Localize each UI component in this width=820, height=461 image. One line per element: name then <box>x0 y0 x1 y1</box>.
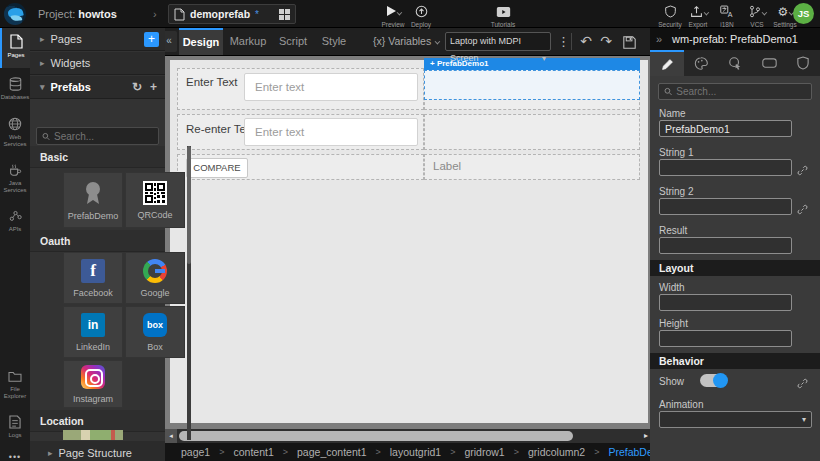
cursor-select-icon <box>728 56 742 70</box>
add-page-button[interactable]: + <box>144 32 159 47</box>
collapse-right-panel-button[interactable]: » <box>656 28 662 50</box>
label-widget[interactable]: Label <box>433 160 461 172</box>
tab-security[interactable] <box>786 50 820 76</box>
breadcrumb-separator: > <box>594 447 599 457</box>
rail-item-apis[interactable]: APIs <box>0 202 30 240</box>
chevron-down-icon <box>435 39 441 45</box>
grid-cell[interactable] <box>424 114 640 150</box>
redo-button[interactable]: ↷ <box>597 28 615 55</box>
rail-item-java-services[interactable]: Java Services <box>0 156 30 200</box>
rail-more-button[interactable]: ••• <box>0 448 30 461</box>
device-select[interactable]: Laptop with MDPI Screen ▾ <box>445 32 551 51</box>
section-prefabs[interactable]: ▾ Prefabs ↻ + <box>30 76 165 99</box>
breadcrumb-item[interactable]: page_content1 <box>297 446 366 458</box>
app-grid-icon[interactable] <box>279 9 290 20</box>
section-page-structure[interactable]: ▸ Page Structure <box>30 441 165 461</box>
google-icon <box>143 259 167 283</box>
properties-search[interactable] <box>658 83 812 100</box>
animation-label: Animation <box>659 399 703 410</box>
height-input[interactable] <box>659 330 792 347</box>
prefab-tile-map[interactable] <box>63 430 123 440</box>
text-input-2[interactable] <box>244 118 418 146</box>
grid-cell[interactable]: Re-enter Text <box>177 114 424 150</box>
grid-cell[interactable]: Enter Text <box>177 68 424 110</box>
prefab-tile-instagram[interactable]: Instagram <box>63 360 123 408</box>
palette-icon <box>694 57 708 70</box>
string1-label: String 1 <box>659 147 693 158</box>
user-avatar[interactable]: JS <box>793 3 814 24</box>
compare-button[interactable]: COMPARE <box>186 158 248 178</box>
tab-properties[interactable] <box>650 50 684 76</box>
deploy-button[interactable]: Deploy <box>399 2 443 28</box>
tab-design[interactable]: Design <box>179 28 223 55</box>
tab-events[interactable] <box>718 50 752 76</box>
canvas-horizontal-scrollbar[interactable]: ◂ ▸ <box>165 429 650 443</box>
prefab-search-input[interactable] <box>54 131 153 142</box>
rail-item-logs[interactable]: Logs <box>0 408 30 446</box>
undo-button[interactable]: ↶ <box>577 28 595 55</box>
refresh-prefabs-icon[interactable]: ↻ <box>132 80 142 94</box>
breadcrumb-separator: > <box>514 447 519 457</box>
breadcrumb-item[interactable]: content1 <box>233 446 273 458</box>
variables-menu[interactable]: {x} Variables <box>373 28 438 55</box>
bind-link-icon[interactable] <box>797 374 808 392</box>
string2-input[interactable] <box>659 198 792 215</box>
prefab-tile-prefabdemo[interactable]: PrefabDemo <box>63 172 123 228</box>
prefab-tile-google[interactable]: Google <box>125 252 185 304</box>
prefab-tile-facebook[interactable]: f Facebook <box>63 252 123 304</box>
save-button[interactable] <box>620 28 638 55</box>
tab-script[interactable]: Script <box>273 28 313 55</box>
rail-item-databases[interactable]: Databases <box>0 70 30 108</box>
text-input-1[interactable] <box>244 73 418 101</box>
show-toggle[interactable] <box>700 374 727 387</box>
more-options-kebab[interactable]: ⋮ <box>557 28 569 55</box>
scrollbar-thumb[interactable] <box>179 431 573 441</box>
tutorials-button[interactable]: Tutorials <box>481 2 525 28</box>
prefab-tile-qrcode[interactable]: QRCode <box>125 172 185 228</box>
prefab-tile-box[interactable]: box Box <box>125 306 185 358</box>
prefab-list-scrollbar[interactable] <box>187 146 191 440</box>
width-input[interactable] <box>659 294 792 311</box>
string1-input[interactable] <box>659 159 792 176</box>
rail-item-web-services[interactable]: Web Services <box>0 110 30 154</box>
collapsed-arrow-icon: ▸ <box>40 34 45 44</box>
breadcrumb-item[interactable]: gridcolumn2 <box>528 446 585 458</box>
bind-link-icon[interactable] <box>797 161 808 179</box>
breadcrumb: page1> content1> page_content1> layoutgr… <box>165 443 650 461</box>
grid-cell[interactable]: COMPARE <box>177 154 424 180</box>
bind-link-icon[interactable] <box>797 200 808 218</box>
behavior-section-header: Behavior <box>650 353 820 369</box>
project-name: howtos <box>78 8 117 20</box>
grid-cell[interactable]: Label <box>424 154 640 180</box>
result-input[interactable] <box>659 237 792 254</box>
tab-device[interactable] <box>752 50 786 76</box>
tab-markup[interactable]: Markup <box>225 28 271 55</box>
app-selector[interactable]: demoprefab * <box>168 4 296 24</box>
animation-select[interactable]: ▾ <box>659 411 812 428</box>
tab-style[interactable]: Style <box>315 28 353 55</box>
page-preview[interactable]: Enter Text + PrefabDemo1 Re-enter Text C… <box>170 60 648 423</box>
properties-search-input[interactable] <box>676 86 806 97</box>
breadcrumb-item[interactable]: layoutgrid1 <box>390 446 441 458</box>
prefab-tile-linkedin[interactable]: in LinkedIn <box>63 306 123 358</box>
wavemaker-logo-icon[interactable] <box>4 3 26 25</box>
scroll-left-arrow[interactable]: ◂ <box>165 429 177 443</box>
name-input[interactable] <box>659 120 792 137</box>
scroll-right-arrow[interactable]: ▸ <box>644 429 648 443</box>
breadcrumb-separator: > <box>450 447 455 457</box>
shield-icon <box>665 5 676 18</box>
box-icon: box <box>143 313 167 337</box>
prefab-search[interactable] <box>36 127 159 145</box>
section-pages[interactable]: ▸ Pages + <box>30 28 165 51</box>
shield-outline-icon <box>797 56 809 70</box>
rail-item-pages[interactable]: Pages <box>0 28 30 68</box>
logs-icon <box>9 415 21 429</box>
section-widgets[interactable]: ▸ Widgets <box>30 52 165 75</box>
breadcrumb-item[interactable]: page1 <box>181 446 210 458</box>
breadcrumb-item[interactable]: gridrow1 <box>464 446 504 458</box>
tab-styles[interactable] <box>684 50 718 76</box>
linkedin-icon: in <box>81 313 105 337</box>
add-prefab-icon[interactable]: + <box>150 80 157 94</box>
rail-item-file-explorer[interactable]: File Explorer <box>0 362 30 406</box>
selected-widget-outline[interactable] <box>424 70 640 100</box>
